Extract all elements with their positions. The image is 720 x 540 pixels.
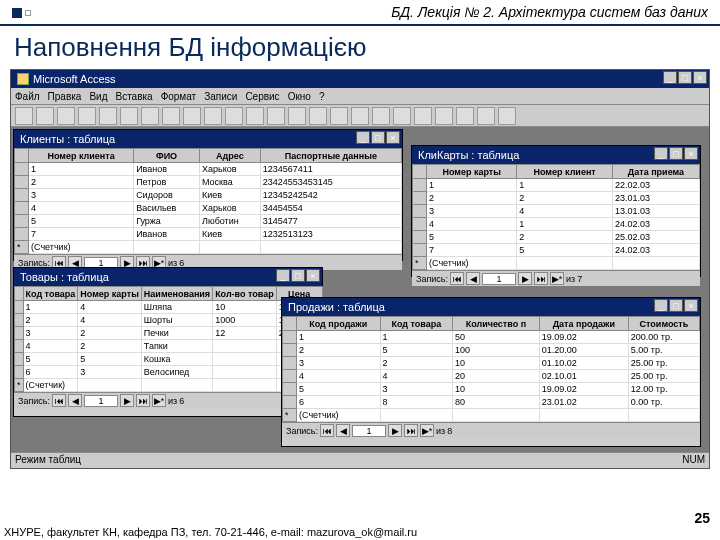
table-sales[interactable]: Код продажиКод товараКоличество пДата пр… xyxy=(282,316,700,422)
table-row[interactable]: 688023.01.020.00 тр. xyxy=(283,396,700,409)
table-row[interactable]: 5ГуржаЛюботин3145477 xyxy=(15,215,402,228)
menu-item[interactable]: Формат xyxy=(161,91,197,102)
table-row[interactable]: 531019.09.0212.00 тр. xyxy=(283,383,700,396)
column-header[interactable]: ФИО xyxy=(134,149,200,163)
table-row[interactable]: 63Велосипед xyxy=(15,366,323,379)
minimize-button[interactable]: _ xyxy=(654,147,668,160)
table-row[interactable]: 2ПетровМосква23424553453145 xyxy=(15,176,402,189)
menu-item[interactable]: Правка xyxy=(48,91,82,102)
nav-pos-input[interactable] xyxy=(84,395,118,407)
nav-prev-button[interactable]: ◀ xyxy=(466,272,480,285)
table-row[interactable]: *(Счетчик) xyxy=(15,379,323,392)
column-header[interactable]: Код товара xyxy=(23,287,78,301)
maximize-button[interactable]: □ xyxy=(669,147,683,160)
table-row[interactable]: *(Счетчик) xyxy=(15,241,402,254)
column-header[interactable]: Адрес xyxy=(199,149,260,163)
table-row[interactable]: 115019.09.02200.00 тр. xyxy=(283,331,700,344)
toolbar-button[interactable] xyxy=(351,107,369,125)
table-row[interactable]: 1ИвановХарьков1234567411 xyxy=(15,163,402,176)
nav-next-button[interactable]: ▶ xyxy=(120,394,134,407)
menu-item[interactable]: ? xyxy=(319,91,325,102)
menu-item[interactable]: Окно xyxy=(288,91,311,102)
minimize-button[interactable]: _ xyxy=(356,131,370,144)
win-clients-titlebar[interactable]: Клиенты : таблица _□× xyxy=(14,130,402,148)
nav-last-button[interactable]: ⏭ xyxy=(534,272,548,285)
table-row[interactable]: 442002.10.0125.00 тр. xyxy=(283,370,700,383)
close-button[interactable]: × xyxy=(306,269,320,282)
nav-next-button[interactable]: ▶ xyxy=(518,272,532,285)
maximize-button[interactable]: □ xyxy=(371,131,385,144)
table-row[interactable]: *(Счетчик) xyxy=(413,257,700,270)
column-header[interactable]: Номер клиент xyxy=(517,165,613,179)
toolbar-button[interactable] xyxy=(435,107,453,125)
nav-first-button[interactable]: ⏮ xyxy=(450,272,464,285)
nav-new-button[interactable]: ▶* xyxy=(550,272,564,285)
menu-item[interactable]: Вид xyxy=(89,91,107,102)
toolbar-button[interactable] xyxy=(99,107,117,125)
toolbar-button[interactable] xyxy=(309,107,327,125)
table-row[interactable]: 2510001.20.005.00 тр. xyxy=(283,344,700,357)
close-button[interactable]: × xyxy=(684,299,698,312)
table-row[interactable]: 4ВасильевХарьков34454554 xyxy=(15,202,402,215)
nav-new-button[interactable]: ▶* xyxy=(420,424,434,437)
close-button[interactable]: × xyxy=(693,71,707,84)
nav-new-button[interactable]: ▶* xyxy=(152,394,166,407)
table-row[interactable]: 7ИвановКиев1232513123 xyxy=(15,228,402,241)
toolbar-button[interactable] xyxy=(372,107,390,125)
win-goods-titlebar[interactable]: Товары : таблица _□× xyxy=(14,268,322,286)
column-header[interactable]: Номер карты xyxy=(78,287,142,301)
column-header[interactable]: Паспортные данные xyxy=(260,149,401,163)
toolbar-button[interactable] xyxy=(183,107,201,125)
toolbar-button[interactable] xyxy=(78,107,96,125)
toolbar-button[interactable] xyxy=(225,107,243,125)
toolbar-button[interactable] xyxy=(267,107,285,125)
column-header[interactable]: Код продажи xyxy=(297,317,381,331)
column-header[interactable]: Код товара xyxy=(380,317,453,331)
column-header[interactable]: Номер клиента xyxy=(29,149,134,163)
column-header[interactable]: Дата продажи xyxy=(539,317,628,331)
nav-pos-input[interactable] xyxy=(482,273,516,285)
nav-pos-input[interactable] xyxy=(352,425,386,437)
column-header[interactable]: Стоимость xyxy=(628,317,699,331)
table-row[interactable]: 4124.02.03 xyxy=(413,218,700,231)
menu-item[interactable]: Файл xyxy=(15,91,40,102)
table-row[interactable]: 321001.10.0225.00 тр. xyxy=(283,357,700,370)
table-cards[interactable]: Номер картыНомер клиентДата приема1122.0… xyxy=(412,164,700,270)
table-row[interactable]: 2223.01.03 xyxy=(413,192,700,205)
minimize-button[interactable]: _ xyxy=(276,269,290,282)
table-row[interactable]: 3СидоровКиев12345242542 xyxy=(15,189,402,202)
table-row[interactable]: 7524.02.03 xyxy=(413,244,700,257)
toolbar-button[interactable] xyxy=(36,107,54,125)
table-row[interactable]: 14Шляпа10180,00 г xyxy=(15,301,323,314)
nav-next-button[interactable]: ▶ xyxy=(388,424,402,437)
toolbar-button[interactable] xyxy=(15,107,33,125)
table-row[interactable]: 24Шорты100010,00 грн. xyxy=(15,314,323,327)
toolbar-button[interactable] xyxy=(393,107,411,125)
column-header[interactable]: Номер карты xyxy=(427,165,517,179)
toolbar-button[interactable] xyxy=(414,107,432,125)
win-cards-titlebar[interactable]: КлиКарты : таблица _□× xyxy=(412,146,700,164)
table-clients[interactable]: Номер клиентаФИОАдресПаспортные данные1И… xyxy=(14,148,402,254)
column-header[interactable]: Наименования xyxy=(141,287,212,301)
toolbar-button[interactable] xyxy=(57,107,75,125)
toolbar-button[interactable] xyxy=(162,107,180,125)
menu-item[interactable]: Сервис xyxy=(245,91,279,102)
nav-prev-button[interactable]: ◀ xyxy=(336,424,350,437)
maximize-button[interactable]: □ xyxy=(291,269,305,282)
close-button[interactable]: × xyxy=(684,147,698,160)
maximize-button[interactable]: □ xyxy=(669,299,683,312)
win-sales-titlebar[interactable]: Продажи : таблица _□× xyxy=(282,298,700,316)
toolbar-button[interactable] xyxy=(204,107,222,125)
close-button[interactable]: × xyxy=(386,131,400,144)
column-header[interactable]: Дата приема xyxy=(612,165,699,179)
nav-first-button[interactable]: ⏮ xyxy=(320,424,334,437)
table-row[interactable]: *(Счетчик) xyxy=(283,409,700,422)
table-row[interactable]: 1122.02.03 xyxy=(413,179,700,192)
menu-item[interactable]: Вставка xyxy=(115,91,152,102)
table-row[interactable]: 5225.02.03 xyxy=(413,231,700,244)
table-row[interactable]: 42Тапки xyxy=(15,340,323,353)
table-goods[interactable]: Код товараНомер картыНаименованияКол-во … xyxy=(14,286,323,392)
maximize-button[interactable]: □ xyxy=(678,71,692,84)
toolbar-button[interactable] xyxy=(477,107,495,125)
minimize-button[interactable]: _ xyxy=(654,299,668,312)
